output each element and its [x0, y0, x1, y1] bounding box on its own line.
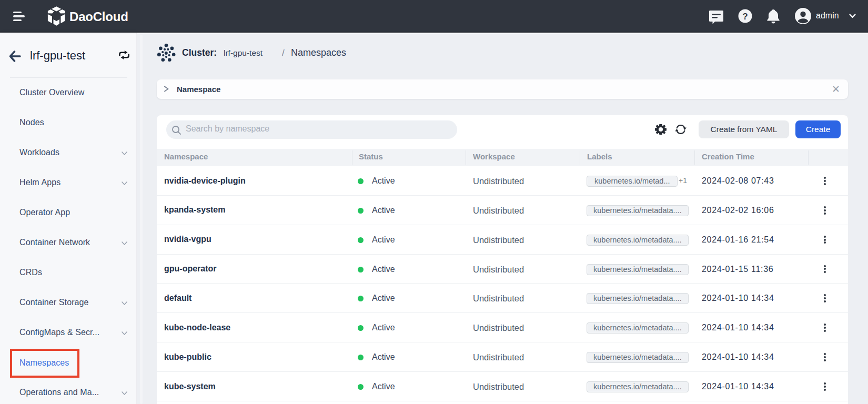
svg-text:?: ? — [742, 12, 748, 22]
